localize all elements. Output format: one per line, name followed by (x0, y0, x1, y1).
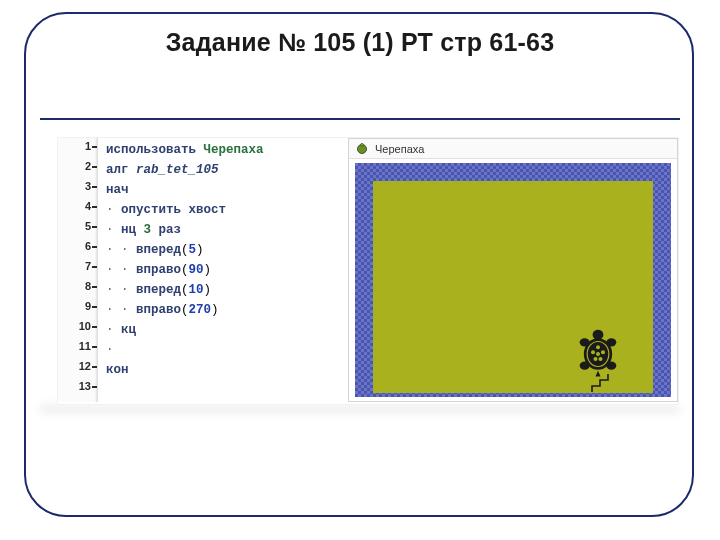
line-number: 8 (64, 280, 94, 292)
turtle-icon (573, 329, 623, 379)
code-line: · опустить хвост (106, 200, 226, 220)
line-number: 7 (64, 260, 94, 272)
line-number: 2 (64, 160, 94, 172)
canvas-field[interactable] (373, 181, 653, 393)
line-number: 10 (64, 320, 94, 332)
line-number: 3 (64, 180, 94, 192)
line-number: 1 (64, 140, 94, 152)
code-editor[interactable]: использовать Черепахаалг rab_tet_105нач·… (102, 138, 344, 402)
ide-window: 12345678910111213 использовать Черепахаа… (58, 138, 678, 404)
page-title: Задание № 105 (1) РТ стр 61-63 (0, 28, 720, 57)
turtle-window: Черепаха (348, 138, 678, 402)
divider (40, 118, 680, 120)
code-line: · нц 3 раз (106, 220, 181, 240)
line-number: 9 (64, 300, 94, 312)
code-line: алг rab_tet_105 (106, 160, 219, 180)
turtle-window-label: Черепаха (375, 143, 424, 155)
code-line: · (106, 340, 114, 360)
line-number: 4 (64, 200, 94, 212)
code-line: · · вправо(270) (106, 300, 219, 320)
svg-point-12 (594, 357, 598, 361)
line-number: 13 (64, 380, 94, 392)
code-line: · · вправо(90) (106, 260, 211, 280)
svg-point-9 (596, 345, 600, 349)
shadow (40, 404, 680, 414)
line-number: 12 (64, 360, 94, 372)
line-number: 6 (64, 240, 94, 252)
code-line: · · вперед(5) (106, 240, 204, 260)
svg-point-14 (596, 352, 600, 356)
svg-point-13 (599, 357, 603, 361)
turtle-title-icon (355, 142, 369, 156)
code-line: кон (106, 360, 129, 380)
turtle-window-title: Черепаха (349, 139, 677, 159)
code-line: · · вперед(10) (106, 280, 211, 300)
svg-point-1 (361, 143, 364, 146)
line-number: 11 (64, 340, 94, 352)
code-line: · кц (106, 320, 136, 340)
code-line: нач (106, 180, 129, 200)
svg-point-11 (601, 350, 605, 354)
line-gutter: 12345678910111213 (58, 138, 98, 402)
code-line: использовать Черепаха (106, 140, 264, 160)
canvas-border (355, 163, 671, 397)
line-number: 5 (64, 220, 94, 232)
svg-point-10 (591, 350, 595, 354)
